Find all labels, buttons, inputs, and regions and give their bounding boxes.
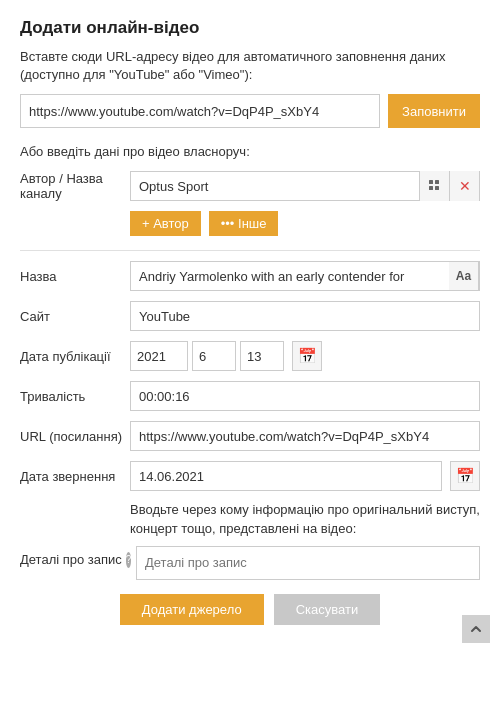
url-field-label: URL (посилання) (20, 429, 130, 444)
name-row: Назва Aa (20, 261, 480, 291)
access-date-calendar-button[interactable]: 📅 (450, 461, 480, 491)
date-inputs: 📅 (130, 341, 480, 371)
duration-label: Тривалість (20, 389, 130, 404)
svg-rect-2 (435, 180, 439, 184)
pub-date-calendar-button[interactable]: 📅 (292, 341, 322, 371)
cancel-button[interactable]: Скасувати (274, 594, 381, 625)
url-input[interactable] (20, 94, 380, 128)
modal-description: Вставте сюди URL-адресу відео для автома… (20, 48, 480, 84)
access-date-row: Дата звернення 📅 (20, 461, 480, 491)
author-label: Автор / Назва каналу (20, 171, 130, 201)
name-label: Назва (20, 269, 130, 284)
pub-day-input[interactable] (240, 341, 284, 371)
help-icon[interactable]: ? (126, 552, 132, 568)
pub-year-input[interactable] (130, 341, 188, 371)
details-label-text: Деталі про запис (20, 552, 122, 567)
add-author-button[interactable]: + Автор (130, 211, 201, 236)
fill-button[interactable]: Заповнити (388, 94, 480, 128)
svg-rect-0 (429, 180, 433, 184)
modal-container: Додати онлайн-відео Вставте сюди URL-адр… (0, 0, 500, 703)
modal-title: Додати онлайн-відео (20, 18, 480, 38)
name-input[interactable] (131, 262, 449, 290)
access-date-input[interactable] (130, 461, 442, 491)
name-input-wrap: Aa (130, 261, 480, 291)
author-clear-button[interactable]: ✕ (449, 171, 479, 201)
author-grid-icon-button[interactable] (419, 171, 449, 201)
details-hint: Вводьте через кому інформацію про оригін… (130, 501, 480, 537)
site-label: Сайт (20, 309, 130, 324)
url-field-input[interactable] (130, 421, 480, 451)
svg-rect-1 (429, 186, 433, 190)
author-row: Автор / Назва каналу ✕ (20, 171, 480, 201)
site-input[interactable] (130, 301, 480, 331)
text-format-button[interactable]: Aa (449, 261, 479, 291)
svg-rect-3 (435, 186, 439, 190)
details-input[interactable] (136, 546, 480, 580)
duration-input[interactable] (130, 381, 480, 411)
divider (20, 250, 480, 251)
access-date-label: Дата звернення (20, 469, 130, 484)
manual-section-label: Або введіть дані про відео власноруч: (20, 144, 480, 159)
duration-row: Тривалість (20, 381, 480, 411)
details-section: Вводьте через кому інформацію про оригін… (20, 501, 480, 579)
url-fill-row: Заповнити (20, 94, 480, 128)
pub-date-row: Дата публікації 📅 (20, 341, 480, 371)
access-date-inputs: 📅 (130, 461, 480, 491)
author-input-wrap: ✕ (130, 171, 480, 201)
submit-button[interactable]: Додати джерело (120, 594, 264, 625)
scroll-up-button[interactable] (462, 615, 490, 643)
details-label: Деталі про запис ? (20, 546, 130, 568)
pub-month-input[interactable] (192, 341, 236, 371)
site-row: Сайт (20, 301, 480, 331)
add-author-row: + Автор ••• Інше (20, 211, 480, 236)
author-input[interactable] (131, 172, 419, 200)
url-field-row: URL (посилання) (20, 421, 480, 451)
pub-date-label: Дата публікації (20, 349, 130, 364)
more-button[interactable]: ••• Інше (209, 211, 279, 236)
details-hint-wrap: Вводьте через кому інформацію про оригін… (20, 501, 480, 537)
footer-row: Додати джерело Скасувати (20, 594, 480, 625)
details-row: Деталі про запис ? (20, 546, 480, 580)
